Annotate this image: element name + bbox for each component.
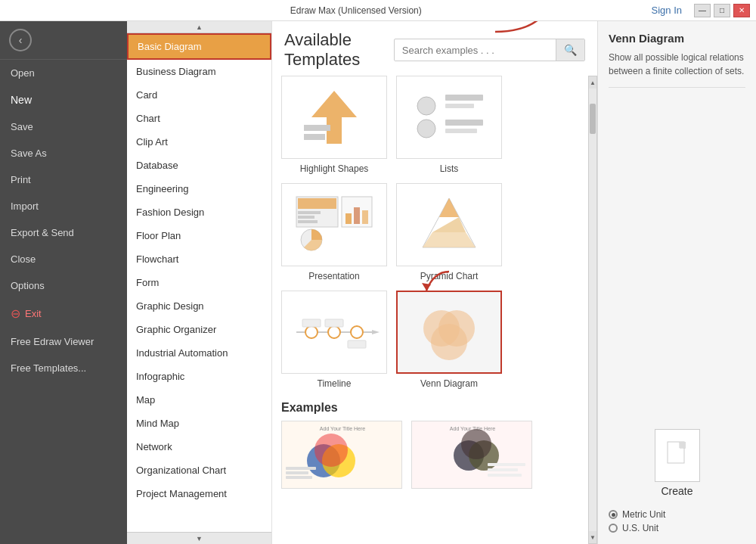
vertical-scrollbar[interactable]: ▲ ▼	[588, 76, 597, 544]
minimize-button[interactable]: —	[694, 4, 711, 17]
svg-point-25	[305, 326, 318, 338]
category-scroll-down[interactable]: ▼	[127, 532, 271, 544]
examples-section-label: Examples	[281, 401, 579, 415]
category-item-industrial[interactable]: Industrial Automation	[127, 341, 271, 365]
sidebar-item-print[interactable]: Print	[0, 166, 127, 193]
template-item-presentation[interactable]: Presentation	[281, 183, 387, 281]
category-item-fashion[interactable]: Fashion Design	[127, 201, 271, 224]
category-item-org-chart[interactable]: Organizational Chart	[127, 459, 271, 482]
close-button[interactable]: ✕	[733, 4, 750, 17]
center-content: Available Templates 🔍	[272, 21, 597, 544]
template-label-highlight: Highlight Shapes	[300, 163, 369, 174]
content-header: Available Templates 🔍	[272, 21, 597, 76]
back-circle-icon[interactable]: ‹	[9, 29, 32, 51]
category-item-database[interactable]: Database	[127, 154, 271, 177]
sidebar: ‹ Open New Save Save As Print Import Exp…	[0, 21, 127, 544]
category-item-project[interactable]: Project Management	[127, 482, 271, 505]
sidebar-label-print: Print	[11, 174, 31, 185]
template-thumb-presentation	[281, 183, 387, 266]
page-title: Available Templates	[284, 30, 394, 70]
sidebar-label-free-viewer: Free Edraw Viewer	[11, 336, 94, 347]
sidebar-label-save: Save	[11, 121, 33, 132]
signin-link[interactable]: Sign In	[646, 2, 688, 19]
unit-us[interactable]: U.S. Unit	[609, 523, 745, 533]
svg-rect-29	[325, 319, 343, 327]
template-thumb-timeline	[281, 291, 387, 374]
category-item-business[interactable]: Business Diagram	[127, 60, 271, 83]
template-label-pyramid: Pyramid Chart	[420, 271, 479, 281]
sidebar-item-free-viewer[interactable]: Free Edraw Viewer	[0, 328, 127, 355]
search-input[interactable]	[395, 40, 556, 61]
category-item-graphic-organizer[interactable]: Graphic Organizer	[127, 318, 271, 341]
category-item-chart[interactable]: Chart	[127, 107, 271, 130]
svg-rect-41	[286, 467, 316, 470]
svg-rect-10	[298, 198, 336, 209]
title-bar: Edraw Max (Unlicensed Version) Sign In —…	[0, 0, 756, 21]
example-thumb-1[interactable]: Add Your Title Here	[281, 421, 402, 489]
category-item-network[interactable]: Network	[127, 435, 271, 459]
category-scroll-up[interactable]: ▲	[127, 21, 271, 33]
svg-rect-43	[286, 476, 312, 479]
sidebar-item-open[interactable]: Open	[0, 60, 127, 86]
category-item-card[interactable]: Card	[127, 83, 271, 107]
template-thumb-pyramid	[396, 183, 502, 266]
search-button[interactable]: 🔍	[556, 39, 584, 61]
example-thumb-2[interactable]: Add Your Title Here	[411, 421, 532, 489]
category-item-flowchart[interactable]: Flowchart	[127, 247, 271, 271]
template-item-lists[interactable]: Lists	[396, 76, 502, 174]
svg-rect-7	[445, 120, 483, 126]
template-thumb-highlight	[281, 76, 387, 159]
sidebar-item-save[interactable]: Save	[0, 113, 127, 140]
sidebar-item-options[interactable]: Options	[0, 272, 127, 299]
sidebar-label-close: Close	[11, 253, 36, 265]
sidebar-item-free-templates[interactable]: Free Templates...	[0, 355, 127, 381]
templates-scroll-area: Highlight Shapes	[272, 76, 588, 544]
template-label-presentation: Presentation	[308, 271, 359, 281]
svg-point-35	[431, 324, 467, 360]
category-item-graphic-design[interactable]: Graphic Design	[127, 294, 271, 318]
sidebar-label-free-templates: Free Templates...	[11, 362, 86, 374]
sidebar-item-save-as[interactable]: Save As	[0, 140, 127, 166]
svg-rect-4	[445, 95, 483, 101]
restore-button[interactable]: □	[714, 4, 730, 17]
radio-us[interactable]	[609, 524, 618, 533]
examples-row: Add Your Title Here Ad	[281, 421, 579, 489]
svg-rect-15	[345, 213, 352, 224]
radio-metric[interactable]	[609, 510, 618, 519]
template-row-3: Timeline	[281, 291, 579, 389]
sidebar-item-exit[interactable]: ⊖ Exit	[0, 299, 127, 328]
sidebar-label-new: New	[11, 94, 32, 106]
svg-rect-13	[298, 220, 318, 223]
sidebar-item-export[interactable]: Export & Send	[0, 219, 127, 246]
scroll-down-arrow[interactable]: ▼	[589, 531, 596, 543]
sidebar-item-close[interactable]: Close	[0, 246, 127, 272]
category-item-map[interactable]: Map	[127, 388, 271, 412]
category-item-basic-diagram[interactable]: Basic Diagram	[127, 33, 271, 60]
svg-marker-31	[372, 330, 380, 334]
scroll-thumb[interactable]	[590, 104, 596, 134]
category-item-mindmap[interactable]: Mind Map	[127, 412, 271, 435]
unit-metric[interactable]: Metric Unit	[609, 509, 745, 520]
template-item-pyramid[interactable]: Pyramid Chart	[396, 183, 502, 281]
template-item-highlight[interactable]: Highlight Shapes	[281, 76, 387, 174]
sidebar-item-import[interactable]: Import	[0, 193, 127, 219]
sidebar-item-new[interactable]: New	[0, 86, 127, 113]
template-item-venn[interactable]: Venn Diagram	[396, 291, 502, 389]
category-item-clipart[interactable]: Clip Art	[127, 130, 271, 154]
exit-icon: ⊖	[11, 306, 20, 321]
category-item-form[interactable]: Form	[127, 271, 271, 294]
scroll-up-arrow[interactable]: ▲	[589, 76, 596, 89]
svg-rect-8	[445, 129, 477, 133]
template-row-1: Highlight Shapes	[281, 76, 579, 174]
svg-rect-28	[302, 319, 321, 327]
category-panel: ▲ Basic Diagram Business Diagram Card Ch…	[127, 21, 272, 544]
panel-divider	[609, 87, 745, 88]
category-item-infographic[interactable]: Infographic	[127, 365, 271, 388]
category-item-engineering[interactable]: Engineering	[127, 177, 271, 201]
back-button[interactable]: ‹	[0, 21, 127, 60]
svg-rect-49	[488, 463, 525, 466]
template-item-timeline[interactable]: Timeline	[281, 291, 387, 389]
sidebar-label-save-as: Save As	[11, 148, 47, 159]
create-button[interactable]: Create	[661, 485, 692, 497]
category-item-floor[interactable]: Floor Plan	[127, 224, 271, 247]
